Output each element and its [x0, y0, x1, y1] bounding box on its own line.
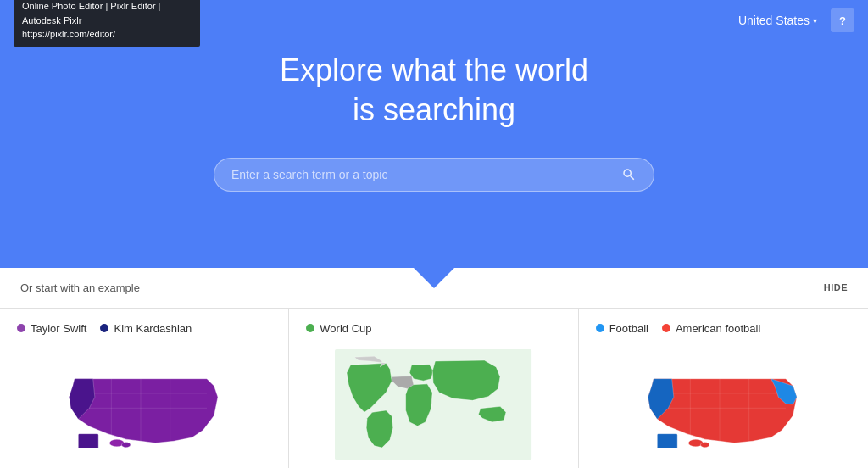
legend-kim-kardashian: Kim Kardashian [100, 322, 192, 335]
chevron-down-icon: ▾ [813, 16, 817, 25]
card-map-taylor [17, 345, 271, 464]
kim-label: Kim Kardashian [114, 322, 192, 335]
card-map-worldcup [306, 345, 560, 464]
top-right-controls: United States ▾ ? [732, 8, 854, 32]
card-taylor-kim[interactable]: Taylor Swift Kim Kardashian [0, 309, 289, 468]
legend-world-cup: World Cup [306, 322, 371, 335]
card-map-football [596, 345, 851, 464]
svg-rect-5 [78, 433, 98, 448]
card-world-cup[interactable]: World Cup [289, 309, 578, 468]
legend-football: Football [596, 322, 648, 335]
search-icon [621, 167, 637, 182]
browser-tooltip: Online Photo Editor | Pixlr Editor | Aut… [14, 0, 200, 47]
american-football-dot [662, 324, 670, 332]
examples-panel: Or start with an example HIDE Taylor Swi… [0, 268, 868, 468]
examples-header-text: Or start with an example [20, 281, 140, 294]
country-selector[interactable]: United States ▾ [732, 10, 824, 31]
tooltip-line1: Online Photo Editor | Pixlr Editor | Aut… [22, 1, 160, 25]
us-football-map-svg [632, 349, 815, 460]
football-dot [596, 324, 604, 332]
feedback-button[interactable]: ? [831, 8, 854, 32]
cards-grid: Taylor Swift Kim Kardashian [0, 309, 868, 468]
card-legend: Taylor Swift Kim Kardashian [17, 322, 271, 335]
us-map-svg [53, 349, 236, 460]
svg-point-7 [121, 442, 130, 447]
svg-rect-14 [657, 433, 677, 448]
taylor-label: Taylor Swift [31, 322, 86, 335]
worldcup-dot [306, 324, 314, 332]
hero-title: Explore what the world is searching [17, 51, 851, 131]
search-input[interactable] [231, 168, 621, 181]
american-football-label: American football [676, 322, 760, 335]
tooltip-line2: https://pixlr.com/editor/ [22, 29, 115, 39]
legend-american-football: American football [662, 322, 760, 335]
legend-taylor-swift: Taylor Swift [17, 322, 86, 335]
card-football[interactable]: Football American football [579, 309, 868, 468]
svg-point-16 [700, 442, 709, 447]
top-bar: Online Photo Editor | Pixlr Editor | Aut… [0, 0, 868, 41]
worldcup-label: World Cup [320, 322, 371, 335]
card-legend-football: Football American football [596, 322, 851, 335]
taylor-dot [17, 324, 25, 332]
football-label: Football [609, 322, 648, 335]
kim-dot [100, 324, 108, 332]
hide-button[interactable]: HIDE [824, 282, 848, 292]
triangle-shape [414, 268, 454, 288]
world-map-svg [335, 349, 531, 460]
search-button[interactable] [621, 167, 637, 182]
search-bar [214, 158, 654, 192]
card-legend-worldcup: World Cup [306, 322, 560, 335]
country-label: United States [738, 14, 810, 27]
